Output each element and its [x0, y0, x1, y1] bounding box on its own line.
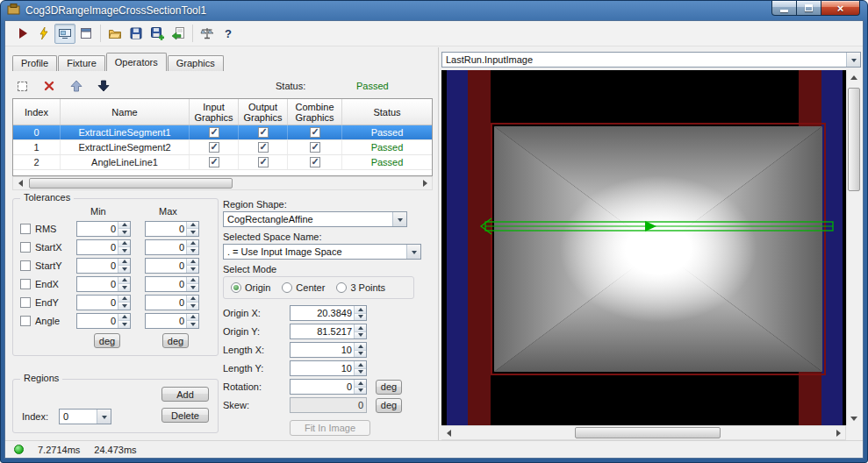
move-down-button[interactable] — [94, 77, 113, 95]
radio-center[interactable]: Center — [282, 282, 325, 293]
endx-checkbox[interactable] — [20, 279, 31, 289]
spin-up-icon[interactable] — [355, 380, 366, 388]
calibration-button[interactable] — [197, 24, 218, 44]
fit-in-image-button[interactable]: Fit In Image — [290, 420, 370, 436]
spin-up-icon[interactable] — [118, 240, 130, 248]
minimize-button[interactable] — [771, 1, 797, 16]
add-operator-button[interactable] — [12, 77, 32, 95]
maximize-button[interactable] — [797, 1, 821, 16]
scroll-up-icon[interactable] — [847, 70, 861, 84]
col-output-graphics[interactable]: Output Graphics — [239, 99, 288, 125]
min-deg-button[interactable]: deg — [94, 333, 120, 348]
save-results-button[interactable] — [147, 24, 168, 44]
spin-up-icon[interactable] — [187, 296, 198, 303]
open-file-button[interactable] — [104, 24, 126, 44]
input-graphics-checkbox[interactable] — [209, 142, 219, 153]
spin-down-icon[interactable] — [187, 266, 198, 273]
spin-down-icon[interactable] — [187, 247, 198, 254]
spin-up-icon[interactable] — [187, 277, 198, 285]
image-horizontal-scrollbar[interactable] — [441, 425, 846, 440]
angle-checkbox[interactable] — [20, 316, 31, 326]
spin-down-icon[interactable] — [355, 388, 366, 395]
spin-up-icon[interactable] — [187, 240, 198, 248]
length-y-spinner[interactable]: 10 — [290, 360, 367, 376]
space-name-select[interactable]: . = Use Input Image Space — [223, 244, 421, 260]
scroll-left-icon[interactable] — [441, 426, 456, 439]
spin-up-icon[interactable] — [355, 306, 366, 314]
origin-x-spinner[interactable]: 20.3849 — [290, 305, 367, 321]
col-combine-graphics[interactable]: Combine Graphics — [288, 99, 342, 125]
startx-min-spinner[interactable]: 0 — [76, 239, 131, 255]
scroll-left-icon[interactable] — [13, 177, 27, 189]
spin-down-icon[interactable] — [187, 284, 198, 291]
scroll-down-icon[interactable] — [847, 411, 861, 425]
output-graphics-checkbox[interactable] — [258, 127, 269, 138]
radio-3points[interactable]: 3 Points — [336, 282, 385, 293]
starty-max-spinner[interactable]: 0 — [145, 258, 199, 274]
image-vertical-scrollbar[interactable] — [846, 70, 861, 425]
combine-graphics-checkbox[interactable] — [310, 142, 320, 153]
help-button[interactable]: ? — [218, 24, 239, 44]
combine-graphics-checkbox[interactable] — [310, 157, 320, 167]
col-status[interactable]: Status — [342, 99, 432, 125]
col-input-graphics[interactable]: Input Graphics — [190, 99, 239, 125]
save-button[interactable] — [126, 24, 147, 44]
spin-up-icon[interactable] — [118, 222, 130, 230]
electric-run-button[interactable] — [33, 24, 54, 44]
tab-profile[interactable]: Profile — [12, 55, 57, 71]
max-deg-button[interactable]: deg — [162, 333, 189, 348]
spin-down-icon[interactable] — [118, 266, 130, 273]
spin-up-icon[interactable] — [187, 259, 198, 267]
spin-down-icon[interactable] — [355, 351, 366, 358]
delete-region-button[interactable]: Delete — [161, 408, 209, 423]
starty-checkbox[interactable] — [20, 260, 31, 271]
input-graphics-checkbox[interactable] — [209, 127, 219, 138]
spin-down-icon[interactable] — [355, 332, 366, 339]
table-horizontal-scrollbar[interactable] — [12, 176, 433, 190]
rotation-spinner[interactable]: 0 — [290, 379, 367, 395]
table-row[interactable]: 0 ExtractLineSegment1 Passed — [13, 125, 432, 140]
run-button[interactable] — [12, 24, 33, 44]
output-graphics-checkbox[interactable] — [258, 157, 269, 167]
skew-deg-button[interactable]: deg — [376, 398, 402, 413]
startx-max-spinner[interactable]: 0 — [145, 239, 199, 255]
import-results-button[interactable] — [168, 24, 189, 44]
rotation-deg-button[interactable]: deg — [376, 380, 402, 395]
region-shape-select[interactable]: CogRectangleAffine — [223, 211, 407, 227]
endy-max-spinner[interactable]: 0 — [145, 295, 199, 310]
tab-graphics[interactable]: Graphics — [168, 55, 224, 71]
endx-min-spinner[interactable]: 0 — [76, 276, 131, 292]
scrollbar-thumb[interactable] — [29, 178, 233, 189]
scrollbar-thumb[interactable] — [575, 427, 721, 438]
float-window-button[interactable] — [75, 24, 97, 44]
spin-up-icon[interactable] — [118, 314, 130, 322]
spin-down-icon[interactable] — [118, 229, 130, 236]
display-source-select[interactable]: LastRun.InputImage — [441, 52, 861, 68]
scroll-right-icon[interactable] — [418, 177, 432, 189]
move-up-button[interactable] — [67, 77, 86, 95]
spin-down-icon[interactable] — [118, 284, 130, 291]
combine-graphics-checkbox[interactable] — [310, 127, 320, 138]
spin-up-icon[interactable] — [355, 361, 366, 369]
result-display-toggle[interactable] — [54, 24, 75, 44]
scroll-right-icon[interactable] — [831, 426, 845, 439]
table-row[interactable]: 1 ExtractLineSegment2 Passed — [13, 140, 432, 155]
spin-down-icon[interactable] — [118, 247, 130, 254]
cross-section-region-graphic[interactable] — [441, 70, 846, 425]
col-index[interactable]: Index — [13, 99, 61, 125]
scrollbar-thumb[interactable] — [848, 88, 860, 191]
spin-up-icon[interactable] — [118, 259, 130, 267]
startx-checkbox[interactable] — [20, 242, 31, 253]
input-graphics-checkbox[interactable] — [209, 157, 219, 167]
angle-min-spinner[interactable]: 0 — [76, 313, 131, 329]
spin-up-icon[interactable] — [355, 324, 366, 332]
rms-checkbox[interactable] — [20, 224, 31, 234]
spin-down-icon[interactable] — [187, 321, 198, 328]
endx-max-spinner[interactable]: 0 — [145, 276, 199, 292]
region-index-select[interactable]: 0 — [59, 409, 111, 424]
spin-up-icon[interactable] — [118, 277, 130, 285]
starty-min-spinner[interactable]: 0 — [76, 258, 131, 274]
spin-down-icon[interactable] — [118, 303, 130, 310]
spin-down-icon[interactable] — [355, 369, 366, 376]
tab-fixture[interactable]: Fixture — [58, 55, 105, 71]
